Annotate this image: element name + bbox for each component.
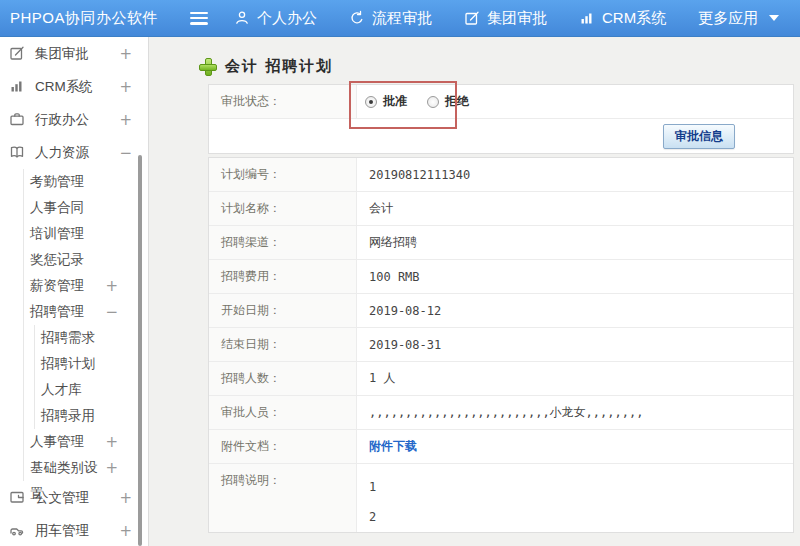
approval-info-button[interactable]: 审批信息 bbox=[663, 124, 735, 149]
hamburger-menu-icon[interactable] bbox=[190, 12, 208, 25]
chart-icon bbox=[9, 78, 26, 95]
expand-toggle[interactable]: + bbox=[119, 45, 132, 63]
sidebar-item-admin-office[interactable]: 行政办公 + bbox=[0, 103, 148, 136]
main-content: 会计 招聘计划 审批状态： 批准 拒绝 审批信息 计划编号： 201908121… bbox=[150, 37, 800, 546]
nav-personal-office[interactable]: 个人办公 bbox=[234, 9, 317, 28]
nav-more-apps[interactable]: 更多应用 bbox=[698, 9, 779, 28]
caret-down-icon bbox=[769, 15, 779, 21]
sidebar-item-recruit-hire[interactable]: 招聘录用 bbox=[35, 403, 148, 429]
sidebar-item-salary[interactable]: 薪资管理 + bbox=[24, 273, 148, 299]
chart-icon bbox=[579, 10, 595, 26]
approvers-value: ,,,,,,,,,,,,,,,,,,,,,,,,,小龙女,,,,,,,, bbox=[357, 396, 793, 429]
user-icon bbox=[234, 10, 250, 26]
recruit-channel-value: 网络招聘 bbox=[357, 226, 793, 259]
top-header: PHPOA协同办公软件 个人办公 流程审批 集团审批 CRM系统 bbox=[0, 0, 800, 37]
sidebar-item-group-approval[interactable]: 集团审批 + bbox=[0, 37, 148, 70]
sidebar-item-documents[interactable]: 公文管理 + bbox=[0, 481, 148, 514]
edit-icon bbox=[9, 45, 26, 62]
sidebar-item-hr-contract[interactable]: 人事合同 bbox=[24, 195, 148, 221]
sidebar-item-recruit-plan[interactable]: 招聘计划 bbox=[35, 351, 148, 377]
table-row: 招聘费用： 100 RMB bbox=[209, 260, 793, 294]
nav-group-approval[interactable]: 集团审批 bbox=[464, 9, 547, 28]
radio-reject[interactable] bbox=[427, 96, 439, 108]
nav-process-approval[interactable]: 流程审批 bbox=[349, 9, 432, 28]
book-icon bbox=[9, 144, 26, 161]
recruitment-submenu: 招聘需求 招聘计划 人才库 招聘录用 bbox=[34, 325, 148, 429]
sidebar-item-recruit-demand[interactable]: 招聘需求 bbox=[35, 325, 148, 351]
status-label: 审批状态： bbox=[209, 85, 357, 118]
sidebar-item-rewards[interactable]: 奖惩记录 bbox=[24, 247, 148, 273]
edit-icon bbox=[464, 10, 480, 26]
plan-number-value: 20190812111340 bbox=[357, 158, 793, 191]
table-row: 审批人员： ,,,,,,,,,,,,,,,,,,,,,,,,,小龙女,,,,,,… bbox=[209, 396, 793, 430]
sidebar-item-hr[interactable]: 人力资源 − bbox=[0, 136, 148, 169]
expand-toggle[interactable]: + bbox=[119, 489, 132, 507]
status-row: 审批状态： 批准 拒绝 bbox=[209, 85, 793, 119]
start-date-value: 2019-08-12 bbox=[357, 294, 793, 327]
top-nav: 个人办公 流程审批 集团审批 CRM系统 更多应用 bbox=[234, 9, 779, 28]
expand-toggle[interactable]: + bbox=[105, 455, 118, 481]
table-row: 招聘渠道： 网络招聘 bbox=[209, 226, 793, 260]
car-icon bbox=[9, 522, 26, 539]
recruit-description-value: 1 2 bbox=[357, 464, 793, 532]
sidebar-scrollbar[interactable] bbox=[138, 155, 142, 546]
table-row: 招聘人数： 1 人 bbox=[209, 362, 793, 396]
status-options: 批准 拒绝 bbox=[357, 85, 793, 118]
hr-submenu: 考勤管理 人事合同 培训管理 奖惩记录 薪资管理 + 招聘管理 − 招聘需求 招… bbox=[23, 169, 148, 481]
button-row: 审批信息 bbox=[209, 119, 793, 153]
expand-toggle[interactable]: + bbox=[119, 78, 132, 96]
expand-toggle[interactable]: + bbox=[119, 111, 132, 129]
sidebar-item-recruitment[interactable]: 招聘管理 − bbox=[24, 299, 148, 325]
expand-toggle[interactable]: + bbox=[105, 429, 118, 455]
table-row: 开始日期： 2019-08-12 bbox=[209, 294, 793, 328]
app-logo: PHPOA协同办公软件 bbox=[0, 9, 190, 28]
collapse-toggle[interactable]: − bbox=[105, 299, 118, 325]
sidebar-item-crm[interactable]: CRM系统 + bbox=[0, 70, 148, 103]
table-row: 结束日期： 2019-08-31 bbox=[209, 328, 793, 362]
briefcase-icon bbox=[9, 111, 26, 128]
process-icon bbox=[349, 10, 365, 26]
sidebar-item-personnel[interactable]: 人事管理 + bbox=[24, 429, 148, 455]
sidebar-item-base-category[interactable]: 基础类别设置 + bbox=[24, 455, 148, 481]
end-date-value: 2019-08-31 bbox=[357, 328, 793, 361]
recruit-cost-value: 100 RMB bbox=[357, 260, 793, 293]
sidebar-item-talent-pool[interactable]: 人才库 bbox=[35, 377, 148, 403]
sidebar-item-training[interactable]: 培训管理 bbox=[24, 221, 148, 247]
add-plus-icon bbox=[199, 58, 216, 75]
approval-status-box: 审批状态： 批准 拒绝 审批信息 bbox=[208, 84, 794, 154]
expand-toggle[interactable]: + bbox=[119, 522, 132, 540]
table-row: 计划名称： 会计 bbox=[209, 192, 793, 226]
attachment-download-link[interactable]: 附件下载 bbox=[369, 438, 417, 455]
plan-name-value: 会计 bbox=[357, 192, 793, 225]
table-row: 计划编号： 20190812111340 bbox=[209, 158, 793, 192]
table-row: 招聘说明： 1 2 bbox=[209, 464, 793, 532]
sidebar: 集团审批 + CRM系统 + 行政办公 + 人力资源 − 考勤管理 人事合同 培… bbox=[0, 37, 149, 546]
collapse-toggle[interactable]: − bbox=[119, 144, 132, 162]
plan-detail-table: 计划编号： 20190812111340 计划名称： 会计 招聘渠道： 网络招聘… bbox=[208, 157, 794, 533]
sidebar-item-attendance[interactable]: 考勤管理 bbox=[24, 169, 148, 195]
radio-approve[interactable] bbox=[365, 96, 377, 108]
document-icon bbox=[9, 489, 26, 506]
headcount-value: 1 人 bbox=[357, 362, 793, 395]
nav-crm-system[interactable]: CRM系统 bbox=[579, 9, 666, 28]
sidebar-item-vehicle[interactable]: 用车管理 + bbox=[0, 514, 148, 546]
table-row: 附件文档： 附件下载 bbox=[209, 430, 793, 464]
expand-toggle[interactable]: + bbox=[105, 273, 118, 299]
page-title: 会计 招聘计划 bbox=[199, 57, 333, 76]
